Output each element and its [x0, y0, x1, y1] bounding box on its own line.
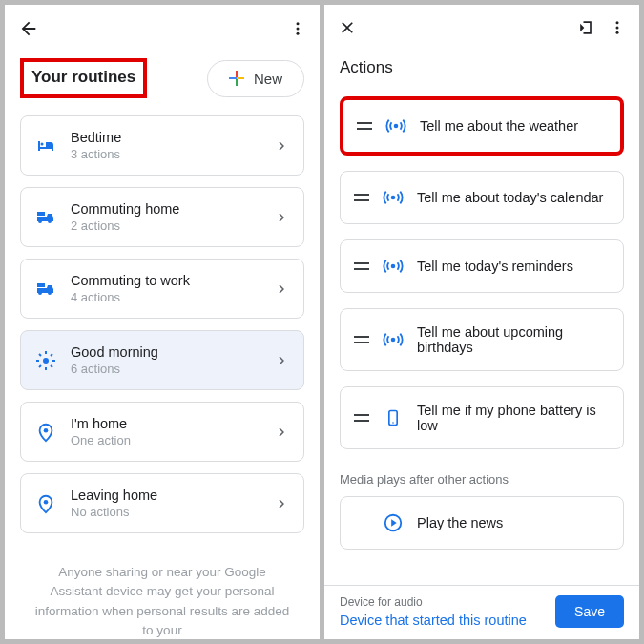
broadcast-icon	[385, 115, 406, 136]
sun-icon	[34, 349, 57, 372]
action-label: Tell me today's reminders	[417, 259, 610, 274]
svg-point-23	[392, 422, 394, 424]
routine-name: Bedtime	[71, 130, 260, 145]
action-label: Tell me about today's calendar	[417, 190, 610, 205]
svg-line-11	[39, 365, 41, 367]
routine-sub: 6 actions	[71, 362, 260, 376]
broadcast-icon	[383, 329, 404, 350]
svg-point-3	[41, 142, 44, 145]
right-topbar	[324, 5, 639, 45]
back-icon[interactable]	[18, 18, 39, 39]
routine-card[interactable]: I'm homeOne action	[20, 402, 304, 462]
drag-handle-icon[interactable]	[354, 336, 369, 343]
divider	[20, 551, 304, 551]
drag-handle-icon[interactable]	[357, 122, 372, 130]
pin-icon	[34, 421, 57, 444]
vehicle-icon	[34, 206, 57, 229]
vehicle-icon	[34, 278, 57, 301]
action-label: Tell me about upcoming birthdays	[417, 324, 610, 355]
chevron-right-icon	[273, 280, 290, 298]
new-button[interactable]: New	[207, 60, 304, 97]
drag-handle-icon[interactable]	[354, 414, 369, 422]
bottom-bar: Device for audio Device that started thi…	[324, 585, 639, 639]
svg-point-14	[44, 499, 49, 504]
routines-panel: Your routines New Bedtime3 actionsCommut…	[5, 5, 320, 639]
actions-panel: Actions Tell me about the weatherTell me…	[324, 5, 639, 639]
routine-name: Commuting to work	[71, 273, 260, 288]
routine-card[interactable]: Bedtime3 actions	[20, 115, 304, 176]
media-label: Play the news	[417, 515, 610, 530]
routine-name: Leaving home	[71, 488, 260, 503]
routine-card[interactable]: Good morning6 actions	[20, 330, 304, 390]
action-label: Tell me if my phone battery is low	[417, 403, 610, 433]
svg-point-13	[44, 427, 49, 432]
phone-icon	[383, 407, 404, 428]
action-card[interactable]: Tell me if my phone battery is low	[340, 386, 624, 449]
svg-point-19	[391, 196, 396, 200]
device-label: Device for audio	[340, 595, 527, 609]
footnote: Anyone sharing or near your Google Assis…	[5, 563, 320, 639]
action-card[interactable]: Tell me today's reminders	[340, 239, 624, 293]
svg-point-20	[391, 264, 396, 269]
svg-point-17	[616, 31, 619, 34]
close-icon[interactable]	[338, 18, 357, 37]
action-card[interactable]: Tell me about today's calendar	[340, 171, 624, 224]
svg-point-15	[616, 21, 619, 24]
chevron-right-icon	[273, 137, 290, 155]
page-title: Your routines	[20, 58, 147, 98]
drag-handle-icon[interactable]	[354, 194, 369, 201]
routine-card[interactable]: Commuting to work4 actions	[20, 259, 304, 319]
more-icon[interactable]	[289, 20, 306, 37]
left-topbar	[5, 5, 320, 47]
routine-name: Good morning	[71, 344, 260, 360]
chevron-right-icon	[273, 209, 290, 226]
cast-icon[interactable]	[576, 18, 595, 37]
routine-card[interactable]: Leaving homeNo actions	[20, 473, 304, 533]
svg-point-16	[616, 27, 619, 30]
svg-point-1	[297, 28, 300, 31]
plus-icon	[229, 71, 244, 86]
chevron-right-icon	[273, 495, 290, 512]
action-card[interactable]: Tell me about the weather	[340, 96, 624, 156]
svg-point-0	[297, 22, 300, 25]
routine-name: Commuting home	[71, 201, 260, 217]
save-button[interactable]: Save	[555, 595, 624, 628]
action-card[interactable]: Tell me about upcoming birthdays	[340, 308, 624, 371]
drag-handle-icon[interactable]	[354, 262, 369, 270]
routine-sub: 2 actions	[71, 218, 260, 233]
routine-sub: 4 actions	[71, 290, 260, 304]
broadcast-icon	[383, 187, 404, 208]
svg-point-4	[43, 358, 49, 364]
routine-sub: 3 actions	[71, 147, 260, 161]
more-icon[interactable]	[609, 19, 626, 36]
pin-icon	[34, 492, 57, 515]
svg-line-9	[39, 354, 41, 356]
chevron-right-icon	[273, 424, 290, 441]
svg-point-2	[297, 32, 300, 35]
svg-line-12	[51, 354, 52, 356]
play-icon	[383, 512, 404, 533]
action-label: Tell me about the weather	[420, 118, 607, 134]
routine-sub: One action	[71, 433, 260, 447]
svg-point-21	[391, 338, 396, 343]
bed-icon	[34, 135, 57, 157]
svg-line-10	[51, 365, 52, 367]
svg-point-18	[394, 124, 399, 129]
broadcast-icon	[383, 256, 404, 277]
routine-name: I'm home	[71, 416, 260, 431]
device-link[interactable]: Device that started this routine	[340, 613, 527, 628]
media-card[interactable]: Play the news	[340, 496, 624, 550]
routine-card[interactable]: Commuting home2 actions	[20, 187, 304, 247]
routine-sub: No actions	[71, 505, 260, 519]
chevron-right-icon	[273, 352, 290, 369]
actions-title: Actions	[324, 45, 639, 96]
media-subhead: Media plays after other actions	[324, 449, 639, 496]
